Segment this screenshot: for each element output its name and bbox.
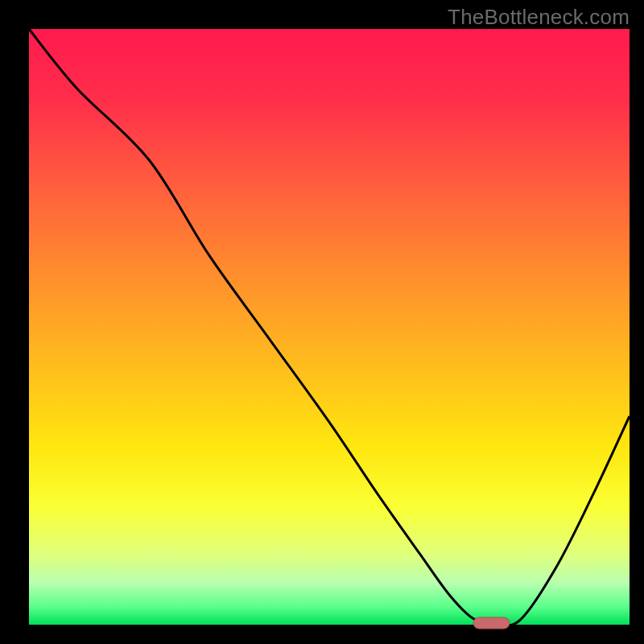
optimal-range-marker — [473, 617, 510, 629]
bottleneck-chart — [0, 0, 644, 644]
plot-area — [29, 29, 630, 625]
chart-outer: TheBottleneck.com — [0, 0, 644, 644]
